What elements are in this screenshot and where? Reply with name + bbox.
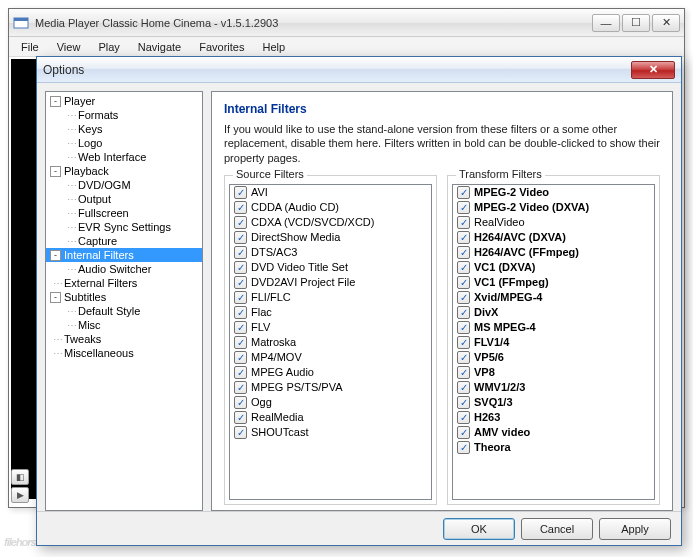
tree-item-keys[interactable]: ⋯Keys	[46, 122, 202, 136]
checkbox-icon[interactable]: ✓	[457, 291, 470, 304]
checkbox-icon[interactable]: ✓	[234, 351, 247, 364]
checkbox-icon[interactable]: ✓	[457, 261, 470, 274]
menu-navigate[interactable]: Navigate	[130, 39, 189, 55]
checkbox-icon[interactable]: ✓	[234, 321, 247, 334]
filter-item[interactable]: ✓MPEG PS/TS/PVA	[230, 380, 431, 395]
tree-item-logo[interactable]: ⋯Logo	[46, 136, 202, 150]
apply-button[interactable]: Apply	[599, 518, 671, 540]
filter-item[interactable]: ✓MPEG Audio	[230, 365, 431, 380]
checkbox-icon[interactable]: ✓	[234, 276, 247, 289]
tree-toggle-icon[interactable]: -	[50, 292, 61, 303]
filter-item[interactable]: ✓SHOUTcast	[230, 425, 431, 440]
menu-favorites[interactable]: Favorites	[191, 39, 252, 55]
checkbox-icon[interactable]: ✓	[457, 321, 470, 334]
checkbox-icon[interactable]: ✓	[457, 336, 470, 349]
tree-toggle-icon[interactable]: -	[50, 166, 61, 177]
filter-item[interactable]: ✓DTS/AC3	[230, 245, 431, 260]
tree-item-web-interface[interactable]: ⋯Web Interface	[46, 150, 202, 164]
checkbox-icon[interactable]: ✓	[234, 306, 247, 319]
checkbox-icon[interactable]: ✓	[457, 216, 470, 229]
filter-item[interactable]: ✓RealMedia	[230, 410, 431, 425]
checkbox-icon[interactable]: ✓	[457, 231, 470, 244]
checkbox-icon[interactable]: ✓	[234, 291, 247, 304]
checkbox-icon[interactable]: ✓	[234, 246, 247, 259]
filter-item[interactable]: ✓CDDA (Audio CD)	[230, 200, 431, 215]
checkbox-icon[interactable]: ✓	[234, 216, 247, 229]
filter-item[interactable]: ✓Ogg	[230, 395, 431, 410]
tree-item-default-style[interactable]: ⋯Default Style	[46, 304, 202, 318]
checkbox-icon[interactable]: ✓	[234, 366, 247, 379]
tree-item-evr-sync-settings[interactable]: ⋯EVR Sync Settings	[46, 220, 202, 234]
filter-item[interactable]: ✓Matroska	[230, 335, 431, 350]
maximize-button[interactable]: ☐	[622, 14, 650, 32]
filter-item[interactable]: ✓DirectShow Media	[230, 230, 431, 245]
checkbox-icon[interactable]: ✓	[234, 186, 247, 199]
checkbox-icon[interactable]: ✓	[234, 231, 247, 244]
filter-item[interactable]: ✓MS MPEG-4	[453, 320, 654, 335]
tree-item-subtitles[interactable]: -Subtitles	[46, 290, 202, 304]
checkbox-icon[interactable]: ✓	[457, 351, 470, 364]
tree-item-capture[interactable]: ⋯Capture	[46, 234, 202, 248]
filter-item[interactable]: ✓MP4/MOV	[230, 350, 431, 365]
tree-item-playback[interactable]: -Playback	[46, 164, 202, 178]
checkbox-icon[interactable]: ✓	[234, 336, 247, 349]
close-button[interactable]: ✕	[652, 14, 680, 32]
checkbox-icon[interactable]: ✓	[234, 396, 247, 409]
filter-item[interactable]: ✓DivX	[453, 305, 654, 320]
checkbox-icon[interactable]: ✓	[457, 276, 470, 289]
filter-item[interactable]: ✓DVD2AVI Project File	[230, 275, 431, 290]
checkbox-icon[interactable]: ✓	[457, 246, 470, 259]
filter-item[interactable]: ✓FLV1/4	[453, 335, 654, 350]
filter-item[interactable]: ✓H264/AVC (FFmpeg)	[453, 245, 654, 260]
tree-item-dvd-ogm[interactable]: ⋯DVD/OGM	[46, 178, 202, 192]
filter-item[interactable]: ✓VC1 (DXVA)	[453, 260, 654, 275]
checkbox-icon[interactable]: ✓	[457, 441, 470, 454]
tree-item-external-filters[interactable]: ⋯External Filters	[46, 276, 202, 290]
source-filters-list[interactable]: ✓AVI✓CDDA (Audio CD)✓CDXA (VCD/SVCD/XCD)…	[229, 184, 432, 500]
tree-item-output[interactable]: ⋯Output	[46, 192, 202, 206]
tree-item-fullscreen[interactable]: ⋯Fullscreen	[46, 206, 202, 220]
tree-item-player[interactable]: -Player	[46, 94, 202, 108]
checkbox-icon[interactable]: ✓	[457, 366, 470, 379]
filter-item[interactable]: ✓CDXA (VCD/SVCD/XCD)	[230, 215, 431, 230]
checkbox-icon[interactable]: ✓	[234, 201, 247, 214]
tree-item-tweaks[interactable]: ⋯Tweaks	[46, 332, 202, 346]
filter-item[interactable]: ✓VP8	[453, 365, 654, 380]
checkbox-icon[interactable]: ✓	[234, 426, 247, 439]
filter-item[interactable]: ✓Flac	[230, 305, 431, 320]
filter-item[interactable]: ✓VC1 (FFmpeg)	[453, 275, 654, 290]
tree-item-internal-filters[interactable]: -Internal Filters	[46, 248, 202, 262]
filter-item[interactable]: ✓FLI/FLC	[230, 290, 431, 305]
dialog-close-button[interactable]: ✕	[631, 61, 675, 79]
filter-item[interactable]: ✓MPEG-2 Video (DXVA)	[453, 200, 654, 215]
checkbox-icon[interactable]: ✓	[457, 201, 470, 214]
filter-item[interactable]: ✓RealVideo	[453, 215, 654, 230]
filter-item[interactable]: ✓H264/AVC (DXVA)	[453, 230, 654, 245]
checkbox-icon[interactable]: ✓	[234, 411, 247, 424]
checkbox-icon[interactable]: ✓	[457, 306, 470, 319]
filter-item[interactable]: ✓VP5/6	[453, 350, 654, 365]
cancel-button[interactable]: Cancel	[521, 518, 593, 540]
filter-item[interactable]: ✓WMV1/2/3	[453, 380, 654, 395]
transform-filters-list[interactable]: ✓MPEG-2 Video✓MPEG-2 Video (DXVA)✓RealVi…	[452, 184, 655, 500]
checkbox-icon[interactable]: ✓	[457, 186, 470, 199]
checkbox-icon[interactable]: ✓	[457, 426, 470, 439]
checkbox-icon[interactable]: ✓	[457, 411, 470, 424]
filter-item[interactable]: ✓Xvid/MPEG-4	[453, 290, 654, 305]
tree-item-formats[interactable]: ⋯Formats	[46, 108, 202, 122]
seek-handle-icon[interactable]: ◧	[11, 469, 29, 485]
play-button[interactable]: ▶	[11, 487, 29, 503]
tree-toggle-icon[interactable]: -	[50, 250, 61, 261]
menu-play[interactable]: Play	[90, 39, 127, 55]
filter-item[interactable]: ✓FLV	[230, 320, 431, 335]
tree-item-misc[interactable]: ⋯Misc	[46, 318, 202, 332]
filter-item[interactable]: ✓MPEG-2 Video	[453, 185, 654, 200]
tree-toggle-icon[interactable]: -	[50, 96, 61, 107]
ok-button[interactable]: OK	[443, 518, 515, 540]
filter-item[interactable]: ✓H263	[453, 410, 654, 425]
nav-tree[interactable]: -Player⋯Formats⋯Keys⋯Logo⋯Web Interface-…	[45, 91, 203, 511]
main-titlebar[interactable]: Media Player Classic Home Cinema - v1.5.…	[9, 9, 684, 37]
menu-view[interactable]: View	[49, 39, 89, 55]
minimize-button[interactable]: —	[592, 14, 620, 32]
menu-help[interactable]: Help	[254, 39, 293, 55]
